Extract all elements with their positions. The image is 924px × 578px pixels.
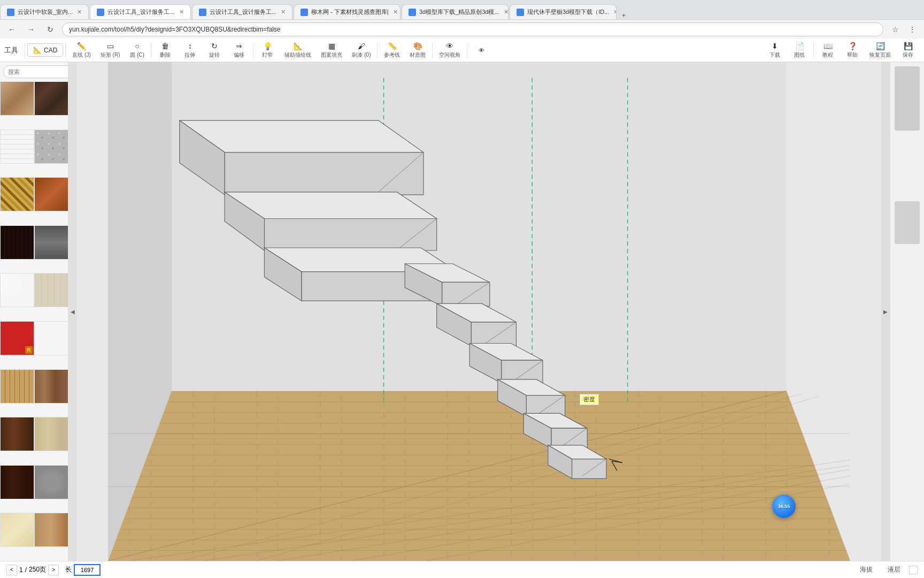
ref-line-tool[interactable]: 📏 参考线 (380, 41, 404, 60)
fill-tool[interactable]: ▦ 图案填充 (317, 41, 346, 60)
material-item[interactable] (34, 417, 68, 451)
offset-tool[interactable]: ⇒ 偏移 (227, 41, 251, 60)
eye-tool[interactable]: 👁 (469, 46, 493, 55)
material-item[interactable] (34, 321, 68, 355)
paint-tool[interactable]: 🖌 刷漆 (0) (348, 41, 375, 60)
sidebar-collapse-icon: ◀ (71, 309, 75, 315)
toolbar-separator-2 (65, 42, 66, 58)
tab-3[interactable]: 云设计工具_设计服务工... ✕ (192, 4, 292, 19)
save-icon: 💾 (904, 42, 913, 50)
close-tab-2[interactable]: ✕ (179, 9, 184, 16)
circle-tool[interactable]: ○ 圆 (C) (125, 41, 149, 60)
forward-button[interactable]: → (24, 22, 38, 37)
material-tool[interactable]: 🎨 材质图 (405, 41, 430, 60)
more-button[interactable]: ⋮ (905, 22, 920, 37)
material-item[interactable] (0, 465, 34, 499)
reload-button[interactable]: ↻ (43, 22, 58, 37)
rect-icon: ▭ (107, 42, 114, 50)
save-btn[interactable]: 💾 保存 (896, 41, 920, 60)
close-tab-6[interactable]: ✕ (613, 9, 617, 16)
toolbar-separator-6 (432, 42, 433, 58)
canvas-area[interactable]: 密度 36.55 (77, 62, 881, 561)
tab-bar: 云设计中软装_室内... ✕ 云设计工具_设计服务工... ✕ 云设计工具_设计… (0, 0, 924, 19)
toolbar-separator-4 (253, 42, 253, 58)
material-item[interactable] (0, 130, 34, 164)
material-item[interactable] (0, 513, 34, 547)
material-item[interactable] (0, 177, 34, 211)
material-item[interactable] (34, 81, 68, 116)
material-item[interactable]: R (0, 321, 34, 355)
material-icon: 🎨 (413, 42, 422, 50)
material-item[interactable] (0, 81, 34, 116)
left-sidebar: 🔍 R (0, 62, 68, 561)
material-item[interactable] (0, 225, 34, 260)
back-button[interactable]: ← (4, 22, 19, 37)
tab-2[interactable]: 云设计工具_设计服务工... ✕ (90, 4, 190, 19)
view-tools: 💡 灯带 📐 辅助描绘线 ▦ 图案填充 🖌 刷漆 (0) (256, 41, 375, 60)
svg-marker-55 (572, 459, 606, 479)
tab-6[interactable]: 现代休手壁橱3d模型下载（ID... ✕ (510, 4, 617, 19)
address-input[interactable] (62, 22, 883, 36)
app-title: 工具 (4, 45, 18, 55)
sidebar-search-input[interactable] (3, 65, 68, 78)
light-tool[interactable]: 💡 灯带 (256, 41, 279, 60)
tutorial-icon: 📖 (823, 42, 833, 50)
tab-4[interactable]: 柳木网 - 下素材找灵感查图库| ✕ (294, 4, 401, 19)
close-tab-4[interactable]: ✕ (393, 9, 398, 16)
line-icon: ✏️ (77, 42, 86, 50)
page-total: 250页 (29, 565, 46, 574)
tab-5[interactable]: 3d模型库下载_精品原创3d模... ✕ (402, 4, 509, 19)
svg-marker-27 (264, 218, 436, 250)
close-tab-5[interactable]: ✕ (504, 9, 509, 16)
help-btn[interactable]: ❓ 帮助 (841, 41, 864, 60)
toolbar-separator-3 (151, 42, 151, 58)
help-tools: 📖 教程 ❓ 帮助 🔄 恢复页面 💾 保存 (816, 41, 920, 60)
restore-icon: 🔄 (876, 42, 885, 50)
right-tools: ⬇ 下载 📄 图纸 (763, 41, 811, 60)
material-item[interactable] (34, 465, 68, 499)
material-item[interactable] (0, 273, 34, 307)
page-separator: / (25, 566, 27, 574)
close-tab-3[interactable]: ✕ (281, 9, 286, 16)
page-prev-button[interactable]: < (6, 565, 17, 575)
rotate-tool[interactable]: ↻ 旋转 (203, 41, 226, 60)
material-item[interactable] (34, 130, 68, 164)
material-item[interactable] (34, 513, 68, 547)
new-tab-button[interactable]: + (618, 12, 630, 19)
density-label: 海拔 (860, 565, 873, 574)
blue-circle-label: 36.55 (778, 504, 790, 509)
page-next-button[interactable]: > (48, 565, 59, 575)
tab-1[interactable]: 云设计中软装_室内... ✕ (0, 4, 89, 19)
sidebar-toggle[interactable]: ◀ (68, 62, 77, 561)
browser-actions: ☆ ⋮ (888, 22, 920, 37)
drawing-tools: ✏️ 直线 (J) ▭ 矩形 (R) ○ 圆 (C) (68, 41, 149, 60)
line-tool[interactable]: ✏️ 直线 (J) (68, 41, 95, 60)
download-tool[interactable]: ⬇ 下载 (763, 41, 787, 60)
svg-marker-39 (471, 322, 516, 346)
close-tab-1[interactable]: ✕ (77, 9, 82, 16)
length-value-input[interactable] (74, 564, 101, 576)
toolbar-separator-8 (813, 42, 814, 58)
cad-button[interactable]: 📐 CAD (27, 43, 63, 57)
tutorial-btn[interactable]: 📖 教程 (816, 41, 840, 60)
floor (108, 391, 850, 561)
blueprint-tool[interactable]: 📄 图纸 (788, 41, 811, 60)
material-item[interactable] (34, 273, 68, 307)
blue-circle-button[interactable]: 36.55 (772, 495, 796, 518)
material-item[interactable] (34, 177, 68, 211)
material-item[interactable] (0, 369, 34, 404)
bookmark-button[interactable]: ☆ (888, 22, 903, 37)
toolbar-separator-7 (467, 42, 467, 58)
delete-icon: 🗑 (161, 42, 169, 50)
right-panel-toggle[interactable]: ▶ (881, 62, 890, 561)
material-item[interactable] (0, 417, 34, 451)
guide-draw-tool[interactable]: 📐 辅助描绘线 (280, 41, 315, 60)
material-item[interactable] (34, 225, 68, 260)
page-current: 1 (19, 566, 23, 574)
space-view-tool[interactable]: 👁 空间视角 (435, 41, 465, 60)
delete-tool[interactable]: 🗑 删除 (153, 41, 177, 60)
rect-tool[interactable]: ▭ 矩形 (R) (96, 41, 125, 60)
material-item[interactable] (34, 369, 68, 404)
restore-btn[interactable]: 🔄 恢复页面 (865, 41, 895, 60)
stretch-tool[interactable]: ↕ 拉伸 (178, 41, 202, 60)
